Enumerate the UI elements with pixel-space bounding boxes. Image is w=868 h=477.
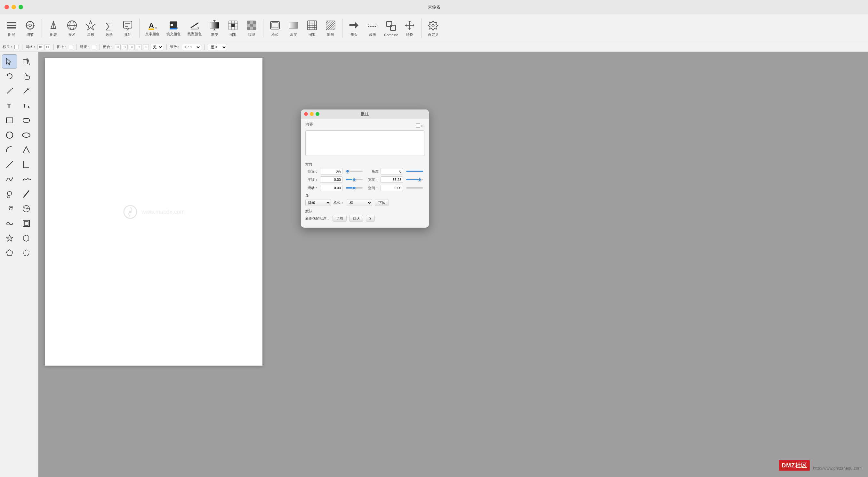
minimize-button[interactable]	[11, 5, 16, 9]
current-button[interactable]: 当前	[333, 215, 347, 222]
toolbar-group-textcolor[interactable]: A ▼ 文字颜色	[142, 18, 163, 38]
content-textarea[interactable]	[305, 130, 425, 156]
rounded-rect-tool[interactable]	[19, 113, 34, 127]
position-input[interactable]	[320, 168, 342, 175]
paint-tool[interactable]	[2, 187, 17, 201]
undo-tool[interactable]	[2, 69, 17, 83]
dialog-min-btn[interactable]	[310, 112, 314, 116]
svg-marker-77	[408, 21, 411, 22]
toolbar-group-shadow[interactable]: 影线	[322, 18, 340, 38]
site-url-text: http://www.dmzshequ.com	[813, 466, 862, 471]
face-tool[interactable]	[19, 202, 34, 216]
area-select-tool[interactable]	[19, 54, 34, 68]
calligraphy-tool[interactable]	[19, 187, 34, 201]
angle-input[interactable]	[380, 168, 403, 175]
toolbar-group-linecolor[interactable]: ▼ 线型颜色	[184, 18, 205, 38]
frame-rect-tool[interactable]	[19, 216, 34, 231]
default-button[interactable]: 默认	[349, 215, 363, 222]
toolbar-group-math[interactable]: ∑ 数学	[100, 18, 118, 38]
zoom-select[interactable]: 1：1	[182, 44, 201, 50]
svg-marker-106	[24, 235, 29, 241]
toolbar-group-star[interactable]: 星形	[82, 18, 99, 38]
font-button[interactable]: 字体	[375, 199, 389, 206]
ellipse-tool[interactable]	[19, 128, 34, 142]
main-area: T T	[0, 52, 868, 477]
width-input[interactable]	[380, 176, 403, 183]
toolbar-group-fillcolor[interactable]: ■ ▼ 填充颜色	[163, 18, 184, 38]
canvas-area[interactable]: www.macdx.com 批注	[38, 52, 868, 477]
text-tool[interactable]: T	[2, 98, 17, 113]
snap-btn-1[interactable]: ⊞	[115, 44, 121, 50]
layer-checkbox[interactable]	[69, 45, 73, 49]
spiral-tool[interactable]	[2, 202, 17, 216]
maximize-button[interactable]	[19, 5, 23, 9]
zoom-item: 缩放： 1：1	[170, 44, 201, 50]
unit-select[interactable]: 厘米	[208, 44, 227, 50]
ribbon-tool[interactable]	[2, 216, 17, 231]
triangle-tool[interactable]	[19, 143, 34, 157]
toolbar-group-chart[interactable]: 图表	[44, 18, 62, 38]
m-checkbox[interactable]	[416, 123, 420, 128]
toolbar-group-gradient[interactable]: 渐变	[206, 18, 223, 38]
toolbar-group-layer[interactable]: 图层	[3, 18, 21, 38]
circle-tool[interactable]	[2, 128, 17, 142]
dialog-close-btn[interactable]	[304, 112, 308, 116]
svg-marker-100	[23, 147, 29, 153]
tool-row-6	[2, 128, 36, 142]
help-button[interactable]: ?	[366, 215, 375, 222]
pencil-tool[interactable]	[2, 84, 17, 98]
svg-marker-30	[213, 29, 216, 30]
slide-row: 滑动： 空间：	[305, 185, 425, 191]
link-checkbox[interactable]	[92, 45, 96, 49]
slide-input[interactable]	[320, 185, 342, 191]
toolbar-group-custom[interactable]: 自定义	[424, 18, 442, 38]
arc-tool[interactable]	[2, 143, 17, 157]
toolbar-group-anno[interactable]: 批注	[119, 18, 137, 38]
format-select[interactable]: 框	[347, 199, 372, 206]
pentagon-tool[interactable]	[2, 246, 17, 260]
detail-icon	[24, 19, 36, 32]
dialog-overlay: 批注 内容 m 方向	[301, 110, 429, 228]
toolbar-group-texture[interactable]: 纹理	[243, 18, 260, 38]
select-tool[interactable]	[2, 54, 17, 68]
toolbar-group-style[interactable]: 样式	[266, 18, 284, 38]
snap-btn-5[interactable]: +	[143, 44, 149, 50]
close-button[interactable]	[4, 5, 9, 9]
dialog-max-btn[interactable]	[316, 112, 319, 116]
tag-tool[interactable]	[19, 231, 34, 245]
snap-btn-3[interactable]: ○	[129, 44, 135, 50]
hide-select[interactable]: 隐藏	[305, 199, 331, 206]
toolbar-group-combine[interactable]: Combine	[382, 18, 400, 38]
grid-btn-2[interactable]: ⊟	[44, 44, 50, 50]
toolbar-group-gray[interactable]: 灰度	[284, 18, 303, 38]
toolbar-group-patternB[interactable]: 图案	[303, 18, 321, 38]
svg-rect-41	[253, 21, 256, 24]
wave-tool[interactable]	[19, 172, 34, 186]
star-draw-tool[interactable]	[2, 231, 17, 245]
snap-btn-4[interactable]: □	[136, 44, 142, 50]
poly-tool[interactable]	[19, 246, 34, 260]
curve-tool[interactable]	[2, 172, 17, 186]
toolbar-group-pattern[interactable]: 图案	[224, 18, 242, 38]
hand-tool[interactable]	[19, 69, 34, 83]
window-buttons	[4, 5, 23, 9]
rect-tool[interactable]	[2, 113, 17, 127]
line-tool[interactable]	[2, 157, 17, 172]
toolbar-group-detail[interactable]: 细节	[21, 18, 39, 38]
toolbar-group-arrow[interactable]: 箭头	[345, 18, 363, 38]
toolbar-group-tech[interactable]: 技术	[63, 18, 81, 38]
text-select-tool[interactable]: T	[19, 98, 34, 113]
grid-btn-1[interactable]: ⊞	[37, 44, 43, 50]
svg-rect-1	[7, 25, 16, 26]
svg-point-80	[432, 24, 434, 27]
cross-add-tool[interactable]	[19, 84, 34, 98]
snap-select[interactable]: 无	[150, 44, 163, 50]
space-input[interactable]	[380, 185, 403, 191]
ruler-checkbox[interactable]	[14, 45, 19, 49]
toolbar-group-virtual[interactable]: 虚线	[364, 18, 381, 38]
new-image-label: 新图像的批注：	[305, 216, 330, 221]
snap-btn-2[interactable]: ⊟	[122, 44, 128, 50]
bracket-tool[interactable]	[19, 157, 34, 172]
translate-input[interactable]	[320, 176, 342, 183]
toolbar-group-transform[interactable]: 转换	[401, 18, 418, 38]
